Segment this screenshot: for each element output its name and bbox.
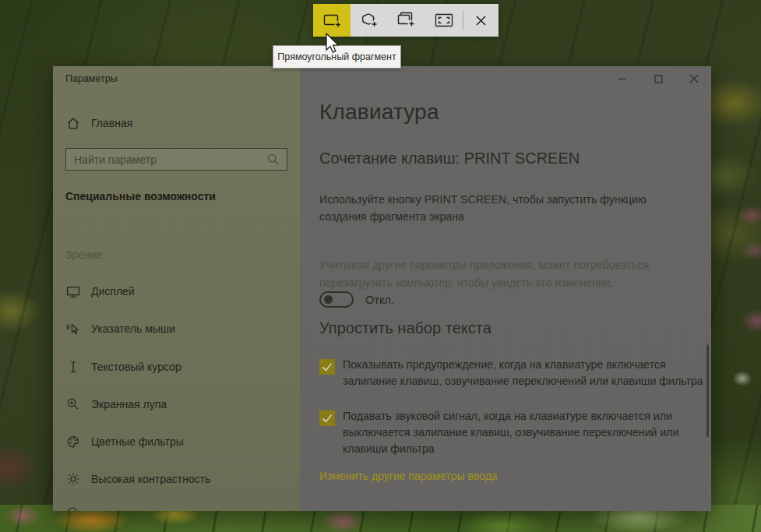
- close-button[interactable]: [682, 67, 706, 90]
- checkbox-label: Подавать звуковой сигнал, когда на клави…: [343, 408, 710, 457]
- minimize-button[interactable]: [609, 67, 634, 90]
- settings-main-pane: Клавиатура Сочетание клавиш: PRINT SCREE…: [300, 66, 711, 511]
- sidebar-item-home[interactable]: Главная: [53, 113, 287, 133]
- sidebar-item-label: Экранная лупа: [91, 398, 167, 410]
- sidebar-item-label: Цветные фильтры: [91, 435, 184, 448]
- fullscreen-snip-button[interactable]: [425, 4, 463, 37]
- mouse-cursor: [325, 33, 340, 56]
- checkbox-label: Показывать предупреждение, когда на клав…: [343, 357, 710, 389]
- mouse-pointer-icon: [66, 322, 80, 336]
- toggle-off[interactable]: [319, 291, 354, 308]
- search-icon[interactable]: [267, 153, 280, 166]
- toggle-state-label: Откл.: [365, 294, 394, 306]
- sidebar-item-magnifier[interactable]: Экранная лупа: [53, 394, 287, 414]
- close-icon: [475, 15, 487, 26]
- sidebar-item-label: Главная: [91, 117, 132, 129]
- sidebar-item-mouse-pointer[interactable]: Указатель мыши: [53, 319, 287, 339]
- checkbox-checked[interactable]: [319, 359, 335, 375]
- maximize-button[interactable]: [646, 67, 671, 90]
- checkbox-checked[interactable]: [319, 410, 335, 426]
- toggle-knob: [324, 295, 333, 304]
- restart-note: Учитывая другие параметры приложения, мо…: [319, 256, 678, 291]
- close-snip-toolbar-button[interactable]: [463, 4, 499, 37]
- desktop: Параметры Главная Специальные возможност…: [0, 0, 761, 532]
- color-filters-icon: [66, 435, 80, 449]
- window-title: Параметры: [65, 73, 118, 84]
- high-contrast-icon: [66, 472, 80, 486]
- snip-toolbar: [313, 4, 499, 37]
- display-icon: [66, 284, 80, 298]
- rectangular-snip-button[interactable]: [313, 4, 351, 37]
- sidebar-item-high-contrast[interactable]: Высокая контрастность: [53, 469, 287, 489]
- checkbox-row-warning[interactable]: Показывать предупреждение, когда на клав…: [319, 357, 710, 389]
- sidebar-item-text-cursor[interactable]: Текстовый курсор: [53, 357, 287, 377]
- rectangular-snip-icon: [322, 12, 342, 29]
- fullscreen-snip-icon: [435, 12, 454, 28]
- sidebar-item-label: Высокая контрастность: [91, 473, 210, 485]
- print-screen-description: Используйте кнопку PRINT SCREEN, чтобы з…: [319, 191, 684, 225]
- sidebar-item-label: Текстовый курсор: [91, 361, 181, 373]
- magnifier-icon: [66, 397, 80, 411]
- freeform-snip-icon: [360, 12, 379, 29]
- window-snip-button[interactable]: [388, 4, 425, 37]
- sidebar-item-label: Указатель мыши: [91, 322, 175, 335]
- settings-sidebar: Параметры Главная Специальные возможност…: [53, 66, 300, 511]
- sidebar-item-display[interactable]: Дисплей: [53, 281, 287, 301]
- sidebar-item-label: Дисплей: [91, 285, 135, 298]
- other-input-options-link[interactable]: Изменить другие параметры ввода: [319, 470, 498, 482]
- narrator-icon-partial[interactable]: [68, 506, 77, 511]
- scrollbar-thumb[interactable]: [706, 344, 709, 437]
- settings-window: Параметры Главная Специальные возможност…: [53, 66, 711, 511]
- home-icon: [66, 116, 80, 130]
- text-cursor-icon: [66, 360, 80, 374]
- freeform-snip-button[interactable]: [351, 4, 388, 37]
- window-snip-icon: [397, 12, 417, 29]
- checkbox-row-sound[interactable]: Подавать звуковой сигнал, когда на клави…: [319, 408, 710, 457]
- sidebar-group-label: Зрение: [65, 248, 102, 261]
- section-title-easier-typing: Упростить набор текста: [319, 319, 491, 337]
- print-screen-toggle-row: Откл.: [319, 291, 394, 308]
- section-title-print-screen: Сочетание клавиш: PRINT SCREEN: [319, 150, 580, 167]
- search-input[interactable]: [66, 153, 267, 166]
- sidebar-section-title: Специальные возможности: [65, 190, 216, 203]
- sidebar-item-color-filters[interactable]: Цветные фильтры: [53, 432, 287, 452]
- search-box[interactable]: [65, 148, 287, 171]
- page-title: Клавиатура: [319, 100, 439, 125]
